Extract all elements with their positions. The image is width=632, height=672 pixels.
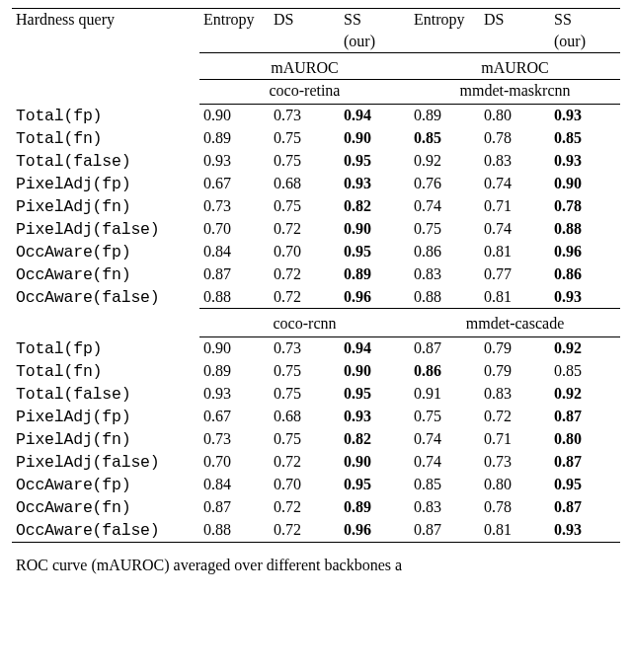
value-cell: 0.87 [410,337,480,360]
value-cell: 0.84 [199,241,270,263]
value-cell: 0.72 [270,218,340,241]
value-cell: 0.92 [410,150,480,173]
block-0-body: Total(fp)0.900.730.940.890.800.93Total(f… [12,105,620,309]
col-header-ds-right: DS [480,9,550,32]
value-cell: 0.82 [340,195,410,218]
row-label: Total(fp) [12,337,199,360]
value-cell: 0.90 [199,337,270,360]
value-cell: 0.73 [199,195,270,218]
value-cell: 0.75 [270,360,340,383]
value-cell: 0.74 [410,195,480,218]
value-cell: 0.75 [410,218,480,241]
row-label: Total(false) [12,383,199,406]
value-cell: 0.81 [480,286,550,309]
row-label: PixelAdj(false) [12,451,199,474]
value-cell: 0.81 [480,241,550,263]
value-cell: 0.86 [410,241,480,263]
value-cell: 0.70 [199,451,270,474]
value-cell: 0.84 [199,474,270,496]
col-header-ss-left: SS [340,9,410,32]
value-cell: 0.75 [270,127,340,150]
value-cell: 0.85 [410,474,480,496]
value-cell: 0.75 [270,383,340,406]
value-cell: 0.90 [340,218,410,241]
value-cell: 0.93 [340,406,410,428]
col-subheader-our-right: (our) [550,31,620,53]
value-cell: 0.87 [199,496,270,519]
value-cell: 0.77 [480,263,550,286]
value-cell: 0.93 [550,286,620,309]
col-header-entropy-left: Entropy [199,9,270,32]
value-cell: 0.72 [270,496,340,519]
value-cell: 0.81 [480,519,550,543]
value-cell: 0.78 [480,127,550,150]
row-label: Total(fp) [12,105,199,127]
value-cell: 0.87 [199,263,270,286]
value-cell: 0.93 [550,150,620,173]
value-cell: 0.88 [199,519,270,543]
value-cell: 0.88 [410,286,480,309]
block-1-body: Total(fp)0.900.730.940.870.790.92Total(f… [12,337,620,543]
row-label: OccAware(false) [12,286,199,309]
value-cell: 0.90 [199,105,270,127]
value-cell: 0.90 [340,451,410,474]
value-cell: 0.93 [550,519,620,543]
value-cell: 0.72 [270,451,340,474]
row-label: OccAware(fp) [12,241,199,263]
value-cell: 0.72 [270,519,340,543]
value-cell: 0.76 [410,173,480,195]
value-cell: 0.93 [199,383,270,406]
group-name-0-right: mmdet-maskrcnn [410,80,620,105]
value-cell: 0.89 [199,127,270,150]
value-cell: 0.83 [410,263,480,286]
value-cell: 0.85 [410,127,480,150]
value-cell: 0.89 [199,360,270,383]
col-subheader-our-left: (our) [340,31,410,53]
value-cell: 0.74 [480,173,550,195]
value-cell: 0.86 [410,360,480,383]
group-name-1-right: mmdet-cascade [410,309,620,337]
row-label: PixelAdj(fp) [12,173,199,195]
value-cell: 0.68 [270,173,340,195]
caption-fragment: ROC curve (mAUROC) averaged over differe… [12,557,620,574]
value-cell: 0.95 [550,474,620,496]
row-label: OccAware(false) [12,519,199,543]
value-cell: 0.68 [270,406,340,428]
value-cell: 0.78 [480,496,550,519]
row-label: PixelAdj(fp) [12,406,199,428]
value-cell: 0.75 [410,406,480,428]
value-cell: 0.87 [410,519,480,543]
value-cell: 0.74 [410,428,480,451]
value-cell: 0.70 [270,474,340,496]
value-cell: 0.89 [340,496,410,519]
value-cell: 0.90 [340,360,410,383]
value-cell: 0.87 [550,406,620,428]
value-cell: 0.93 [340,173,410,195]
value-cell: 0.75 [270,150,340,173]
value-cell: 0.92 [550,383,620,406]
value-cell: 0.85 [550,360,620,383]
value-cell: 0.67 [199,406,270,428]
value-cell: 0.92 [550,337,620,360]
metric-label-right-1: mAUROC [410,53,620,80]
value-cell: 0.96 [550,241,620,263]
value-cell: 0.89 [410,105,480,127]
value-cell: 0.79 [480,337,550,360]
value-cell: 0.80 [480,474,550,496]
value-cell: 0.95 [340,383,410,406]
value-cell: 0.87 [550,451,620,474]
value-cell: 0.89 [340,263,410,286]
value-cell: 0.95 [340,474,410,496]
value-cell: 0.70 [270,241,340,263]
value-cell: 0.74 [410,451,480,474]
value-cell: 0.96 [340,519,410,543]
value-cell: 0.95 [340,241,410,263]
value-cell: 0.73 [270,105,340,127]
group-name-1-left: coco-rcnn [199,309,410,337]
row-label: PixelAdj(fn) [12,428,199,451]
value-cell: 0.83 [410,496,480,519]
value-cell: 0.67 [199,173,270,195]
row-label: OccAware(fp) [12,474,199,496]
value-cell: 0.73 [199,428,270,451]
row-label: OccAware(fn) [12,263,199,286]
